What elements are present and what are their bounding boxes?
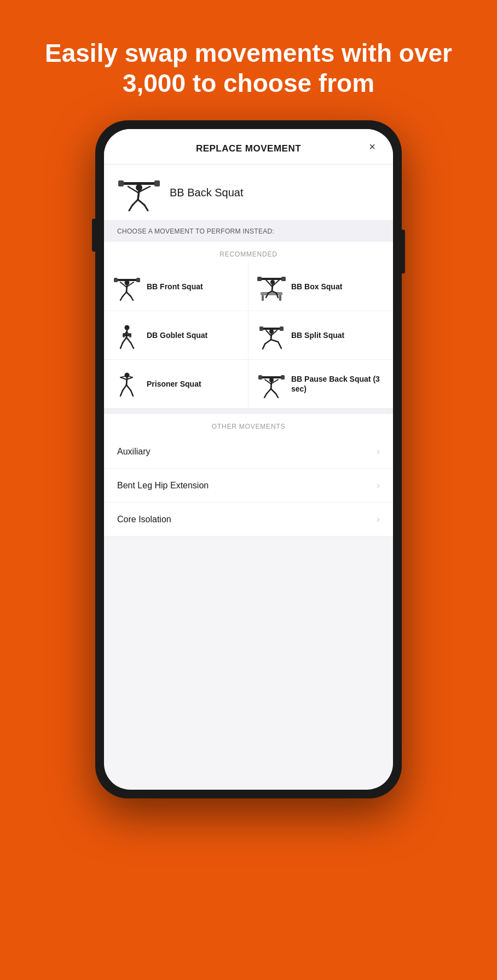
- svg-line-46: [131, 343, 134, 348]
- section-divider: [104, 409, 393, 414]
- db-goblet-squat-name: DB Goblet Squat: [147, 330, 207, 340]
- svg-point-3: [136, 184, 142, 191]
- svg-line-51: [271, 334, 271, 340]
- svg-line-76: [264, 394, 267, 398]
- other-movements-label: OTHER MOVEMENTS: [104, 414, 393, 435]
- svg-rect-24: [279, 295, 281, 301]
- recommended-section: RECOMMENDED: [104, 242, 393, 409]
- close-button[interactable]: ×: [365, 139, 380, 154]
- bb-front-squat-name: BB Front Squat: [147, 282, 203, 291]
- prisoner-squat-figure: [113, 370, 141, 398]
- other-movements-list: Auxiliary › Bent Leg Hip Extension › Cor…: [104, 435, 393, 536]
- recommended-label: RECOMMENDED: [104, 242, 393, 262]
- svg-line-66: [126, 385, 131, 390]
- svg-line-61: [120, 376, 125, 377]
- movement-bent-leg-hip-extension[interactable]: Bent Leg Hip Extension ›: [104, 469, 393, 503]
- auxiliary-name: Auxiliary: [117, 447, 150, 457]
- svg-line-7: [132, 200, 138, 205]
- movement-bb-pause-back-squat[interactable]: BB Pause Back Squat (3 sec): [248, 360, 393, 409]
- bb-split-squat-figure: [257, 321, 286, 349]
- svg-line-54: [265, 340, 271, 344]
- hero-text: Easily swap movements with over 3,000 to…: [0, 0, 497, 120]
- phone-screen: REPLACE MOVEMENT ×: [104, 129, 393, 790]
- bb-back-squat-figure: [117, 173, 161, 212]
- current-exercise-row: BB Back Squat: [104, 165, 393, 221]
- core-isolation-chevron-icon: ›: [377, 514, 380, 525]
- svg-rect-2: [154, 180, 160, 186]
- svg-line-29: [272, 284, 273, 291]
- svg-rect-26: [257, 277, 262, 281]
- movement-bb-split-squat[interactable]: BB Split Squat: [248, 311, 393, 360]
- bent-leg-hip-extension-name: Bent Leg Hip Extension: [117, 481, 209, 491]
- svg-line-9: [138, 200, 145, 205]
- svg-line-75: [267, 389, 271, 394]
- svg-rect-22: [261, 292, 282, 295]
- bb-box-squat-figure: [257, 272, 286, 301]
- svg-line-8: [129, 205, 132, 211]
- svg-line-67: [131, 390, 133, 396]
- movement-auxiliary[interactable]: Auxiliary ›: [104, 435, 393, 469]
- current-exercise-name: BB Back Squat: [170, 186, 244, 199]
- svg-rect-69: [258, 375, 262, 380]
- movement-db-goblet-squat[interactable]: DB Goblet Squat: [104, 311, 248, 360]
- prisoner-squat-name: Prisoner Squat: [147, 379, 201, 389]
- movement-bb-box-squat[interactable]: BB Box Squat: [248, 262, 393, 311]
- svg-rect-12: [114, 278, 118, 282]
- auxiliary-chevron-icon: ›: [377, 446, 380, 457]
- core-isolation-name: Core Isolation: [117, 515, 171, 524]
- svg-rect-23: [262, 295, 264, 301]
- bb-pause-back-squat-name: BB Pause Back Squat (3 sec): [291, 374, 384, 394]
- svg-line-59: [126, 378, 127, 386]
- svg-rect-49: [280, 326, 284, 331]
- svg-rect-13: [136, 278, 140, 282]
- db-goblet-squat-figure: [113, 321, 141, 349]
- svg-rect-27: [281, 277, 286, 281]
- svg-line-10: [145, 205, 148, 211]
- svg-line-20: [126, 292, 131, 296]
- svg-line-43: [123, 337, 126, 343]
- svg-line-60: [120, 377, 126, 380]
- svg-line-77: [271, 389, 276, 394]
- svg-rect-1: [118, 180, 124, 186]
- svg-line-18: [123, 292, 126, 296]
- movements-grid: BB Front Squat: [104, 262, 393, 409]
- svg-line-21: [131, 296, 133, 300]
- svg-line-64: [123, 385, 126, 390]
- svg-line-45: [126, 337, 131, 343]
- svg-line-19: [120, 296, 123, 300]
- svg-line-63: [129, 376, 132, 377]
- movement-prisoner-squat[interactable]: Prisoner Squat: [104, 360, 248, 409]
- other-movements-section: OTHER MOVEMENTS Auxiliary › Bent Leg Hip…: [104, 414, 393, 536]
- bent-leg-hip-extension-chevron-icon: ›: [377, 480, 380, 491]
- phone-frame: REPLACE MOVEMENT ×: [95, 120, 402, 798]
- svg-line-55: [263, 344, 265, 349]
- movement-core-isolation[interactable]: Core Isolation ›: [104, 503, 393, 536]
- movement-bb-front-squat[interactable]: BB Front Squat: [104, 262, 248, 311]
- bb-box-squat-name: BB Box Squat: [291, 282, 342, 291]
- close-icon: ×: [369, 141, 375, 153]
- bb-pause-back-squat-figure: [257, 370, 286, 398]
- svg-line-44: [120, 343, 123, 348]
- modal-title: REPLACE MOVEMENT: [196, 143, 301, 154]
- svg-line-57: [278, 342, 281, 348]
- svg-line-78: [276, 394, 278, 398]
- bb-split-squat-name: BB Split Squat: [291, 330, 344, 340]
- choose-label: CHOOSE A MOVEMENT TO PERFORM INSTEAD:: [104, 221, 393, 242]
- modal-header: REPLACE MOVEMENT ×: [104, 129, 393, 165]
- svg-line-40: [126, 330, 127, 338]
- svg-line-56: [271, 340, 278, 342]
- svg-rect-70: [281, 375, 285, 380]
- svg-rect-48: [259, 326, 263, 331]
- hero-section: Easily swap movements with over 3,000 to…: [0, 0, 497, 120]
- svg-line-65: [120, 390, 123, 396]
- bb-front-squat-figure: [113, 272, 141, 301]
